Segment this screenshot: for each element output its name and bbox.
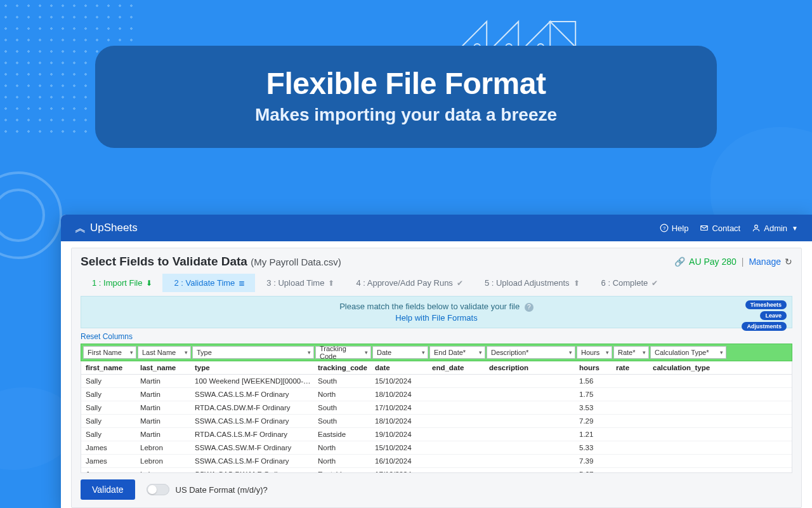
table-row[interactable]: SallyMartinSSWA.CAS.LS.M-F OrdinarySouth… <box>81 415 792 428</box>
connection-name[interactable]: AU Pay 280 <box>689 257 737 267</box>
wizard-step[interactable]: 2 : Validate Time ≣ <box>162 274 255 292</box>
table-cell: 3.53 <box>577 401 612 414</box>
file-name: (My Payroll Data.csv) <box>251 257 341 267</box>
column-map-dropdown[interactable]: Rate*▾ <box>613 346 649 359</box>
table-cell: RTDA.CAS.DW.M-F Ordinary <box>192 401 314 414</box>
link-icon: 🔗 <box>674 257 685 267</box>
table-cell: 7.29 <box>577 415 612 427</box>
table-cell: Sally <box>83 415 136 427</box>
table-cell <box>650 401 726 414</box>
manage-link[interactable]: Manage <box>749 257 781 267</box>
column-map-dropdown[interactable]: End Date*▾ <box>429 346 485 359</box>
table-row[interactable]: SallyMartinRTDA.CAS.LS.M-F OrdinaryEasts… <box>81 428 792 441</box>
brand[interactable]: ︽ UpSheets <box>75 220 138 236</box>
info-help-icon[interactable]: ? <box>525 303 534 312</box>
filter-chip[interactable]: Adjustments <box>742 322 787 331</box>
wizard-step[interactable]: 5 : Upload Adjustments ⬆ <box>473 274 590 292</box>
toggle-label: US Date Format (m/d/y)? <box>176 485 268 495</box>
column-map-dropdown[interactable]: Tracking Code▾ <box>315 346 371 359</box>
table-cell: Martin <box>138 375 191 387</box>
table-cell: South <box>315 401 371 414</box>
table-cell: North <box>315 455 371 467</box>
table-row[interactable]: SallyMartinSSWA.CAS.LS.M-F OrdinaryNorth… <box>81 388 792 401</box>
info-strip: Please match the fields below to validat… <box>81 296 792 328</box>
top-nav: ︽ UpSheets ? Help Contact Admin ▼ <box>61 215 812 241</box>
table-cell: SSWA.CAS.LS.M-F Ordinary <box>192 415 314 427</box>
chevron-down-icon: ▾ <box>643 349 646 356</box>
table-row[interactable]: JamesLebronSSWA.CAS.SW.M-F OrdinaryNorth… <box>81 441 792 455</box>
refresh-icon[interactable]: ↻ <box>785 257 792 267</box>
table-cell: 1.75 <box>577 388 612 401</box>
column-map-dropdown[interactable]: Description*▾ <box>487 346 575 359</box>
hero-subtitle: Makes importing your data a breeze <box>121 105 691 125</box>
table-cell: 17/10/2024 <box>372 401 428 414</box>
column-map-label: Calculation Type* <box>655 349 709 356</box>
help-circle-icon: ? <box>660 224 669 232</box>
nav-help[interactable]: ? Help <box>660 224 689 233</box>
table-cell <box>613 441 649 454</box>
step-label: 3 : Upload Time <box>266 278 324 288</box>
nav-contact[interactable]: Contact <box>700 224 740 233</box>
chevron-down-icon: ▾ <box>308 349 311 356</box>
table-cell: James <box>83 455 136 467</box>
column-map-label: Rate* <box>618 349 636 356</box>
column-map-dropdown[interactable]: Type▾ <box>192 346 314 359</box>
filter-chip[interactable]: Timesheets <box>745 300 787 309</box>
column-map-dropdown[interactable]: Date▾ <box>372 346 428 359</box>
table-cell: Sally <box>83 428 136 441</box>
table-row[interactable]: SallyMartin100 Weekend [WEEKEND][0000-00… <box>81 375 792 388</box>
table-row[interactable]: JamesLebronSSWA.CAS.LS.M-F OrdinaryNorth… <box>81 455 792 468</box>
toggle-switch[interactable] <box>147 484 169 495</box>
wizard-step[interactable]: 6 : Complete ✔ <box>590 274 669 292</box>
column-map-dropdown[interactable]: Last Name▾ <box>138 346 191 359</box>
mail-icon <box>700 224 709 232</box>
filter-chip[interactable]: Leave <box>760 311 787 320</box>
wizard-step[interactable]: 1 : Import File ⬇ <box>81 274 162 292</box>
column-map-label: Type <box>197 349 212 356</box>
table-cell: James <box>83 441 136 454</box>
wizard-step[interactable]: 3 : Upload Time ⬆ <box>255 274 344 292</box>
table-cell: Martin <box>138 388 191 401</box>
table-row[interactable]: SallyMartinRTDA.CAS.DW.M-F OrdinarySouth… <box>81 401 792 415</box>
table-cell <box>487 441 575 454</box>
table-cell <box>487 415 575 427</box>
table-cell <box>613 415 649 427</box>
file-format-help-link[interactable]: Help with File Formats <box>395 313 477 323</box>
column-map-dropdown[interactable]: First Name▾ <box>83 346 136 359</box>
validate-button[interactable]: Validate <box>81 479 135 500</box>
table-cell <box>650 468 726 473</box>
list-icon: ≣ <box>239 279 245 288</box>
chevron-down-icon: ▾ <box>569 349 572 356</box>
table-cell: SSWA.CAS.LS.M-F Ordinary <box>192 455 314 467</box>
table-cell: 5.67 <box>577 468 612 473</box>
column-map-label: First Name <box>88 349 122 356</box>
wizard-step[interactable]: 4 : Approve/Add Pay Runs ✔ <box>344 274 473 292</box>
column-map-dropdown[interactable]: Hours▾ <box>577 346 612 359</box>
nav-admin[interactable]: Admin ▼ <box>752 224 798 233</box>
table-cell: 15/10/2024 <box>372 441 428 454</box>
step-label: 6 : Complete <box>601 278 648 288</box>
us-date-toggle[interactable]: US Date Format (m/d/y)? <box>147 484 268 495</box>
table-cell <box>429 415 485 427</box>
chevron-down-icon: ▾ <box>185 349 188 356</box>
table-cell: 5.33 <box>577 441 612 454</box>
column-map-dropdown[interactable]: Calculation Type*▾ <box>650 346 726 359</box>
table-cell: North <box>315 441 371 454</box>
table-cell: Lebron <box>138 455 191 467</box>
table-cell: SSWA.CAS.DW.M-F Ordinary <box>192 468 314 473</box>
table-row[interactable]: JamesLebronSSWA.CAS.DW.M-F OrdinaryEasts… <box>81 468 792 473</box>
table-cell: Eastside <box>315 468 371 473</box>
table-header-cell: rate <box>613 361 649 374</box>
reset-columns-link[interactable]: Reset Columns <box>81 331 792 344</box>
chevron-down-icon: ▾ <box>479 349 482 356</box>
brand-chevrons-icon: ︽ <box>75 220 82 236</box>
table-cell <box>429 375 485 387</box>
table-cell: Martin <box>138 401 191 414</box>
table-cell: 19/10/2024 <box>372 428 428 441</box>
table-cell: 7.39 <box>577 455 612 467</box>
table-cell: 18/10/2024 <box>372 415 428 427</box>
table-cell: 17/10/2024 <box>372 468 428 473</box>
main-panel: Select Fields to Validate Data (My Payro… <box>71 248 802 508</box>
data-table: first_namelast_nametypetracking_codedate… <box>81 361 792 473</box>
table-body[interactable]: SallyMartin100 Weekend [WEEKEND][0000-00… <box>81 375 792 473</box>
